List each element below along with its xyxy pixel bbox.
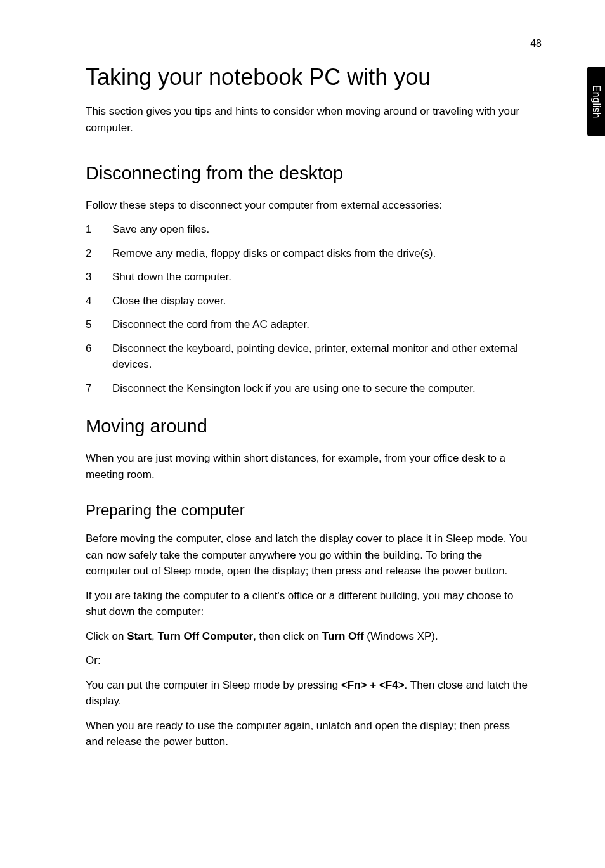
section-heading-disconnecting: Disconnecting from the desktop: [86, 162, 530, 185]
text-fragment: Click on: [86, 630, 127, 642]
page-title: Taking your notebook PC with you: [86, 63, 530, 91]
subsection-heading-preparing: Preparing the computer: [86, 502, 530, 519]
preparing-p3: Click on Start, Turn Off Computer, then …: [86, 628, 530, 645]
section2-lead: When you are just moving within short di…: [86, 450, 530, 483]
steps-list: 1Save any open files. 2Remove any media,…: [86, 221, 530, 396]
section-moving-around: Moving around When you are just moving w…: [86, 415, 530, 749]
list-item: 3Shut down the computer.: [86, 269, 530, 285]
step-number: 1: [86, 221, 112, 238]
list-item: 2Remove any media, floppy disks or compa…: [86, 245, 530, 262]
list-item: 4Close the display cover.: [86, 293, 530, 309]
preparing-p2: If you are taking the computer to a clie…: [86, 588, 530, 620]
step-text: Shut down the computer.: [112, 269, 530, 285]
step-number: 2: [86, 245, 112, 262]
preparing-p5: When you are ready to use the computer a…: [86, 718, 530, 750]
text-fragment: (Windows XP).: [364, 630, 438, 642]
bold-turn-off: Turn Off: [322, 630, 364, 642]
text-fragment: , then click on: [253, 630, 322, 642]
section-heading-moving: Moving around: [86, 415, 530, 437]
step-number: 5: [86, 316, 112, 333]
step-text: Disconnect the Kensington lock if you ar…: [112, 380, 530, 397]
step-text: Remove any media, floppy disks or compac…: [112, 245, 530, 262]
preparing-p1: Before moving the computer, close and la…: [86, 531, 530, 580]
text-fragment: ,: [152, 630, 157, 642]
step-text: Disconnect the cord from the AC adapter.: [112, 316, 530, 333]
bold-turn-off-computer: Turn Off Computer: [157, 630, 253, 642]
step-number: 6: [86, 340, 112, 373]
or-text: Or:: [86, 652, 530, 669]
preparing-p4: You can put the computer in Sleep mode b…: [86, 677, 530, 709]
step-number: 7: [86, 380, 112, 397]
language-tab: English: [587, 67, 605, 136]
step-number: 3: [86, 269, 112, 285]
step-text: Save any open files.: [112, 221, 530, 238]
step-number: 4: [86, 293, 112, 309]
bold-keyboard-shortcut: <Fn> + <F4>: [341, 679, 405, 691]
bold-start: Start: [127, 630, 152, 642]
intro-paragraph: This section gives you tips and hints to…: [86, 103, 530, 136]
list-item: 5Disconnect the cord from the AC adapter…: [86, 316, 530, 333]
page-number: 48: [530, 38, 542, 49]
list-item: 1Save any open files.: [86, 221, 530, 238]
list-item: 6Disconnect the keyboard, pointing devic…: [86, 340, 530, 373]
list-item: 7Disconnect the Kensington lock if you a…: [86, 380, 530, 397]
main-content: Taking your notebook PC with you This se…: [86, 63, 530, 758]
text-fragment: You can put the computer in Sleep mode b…: [86, 679, 341, 691]
section1-lead: Follow these steps to disconnect your co…: [86, 197, 530, 214]
step-text: Disconnect the keyboard, pointing device…: [112, 340, 530, 373]
step-text: Close the display cover.: [112, 293, 530, 309]
